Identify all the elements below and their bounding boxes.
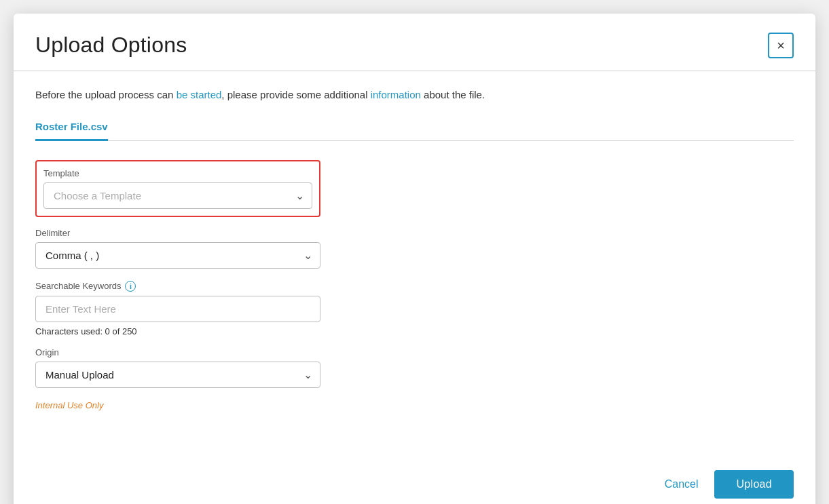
template-label: Template [43, 168, 312, 178]
dialog-header: Upload Options × [14, 14, 815, 71]
dialog-body: Before the upload process can be started… [14, 71, 815, 410]
internal-use-label: Internal Use Only [35, 400, 320, 410]
char-count: Characters used: 0 of 250 [35, 326, 320, 336]
delimiter-select-wrapper: Comma ( , ) Semicolon ( ; ) Tab Pipe ( |… [35, 242, 320, 269]
origin-field-group: Origin Manual Upload API SFTP ⌄ [35, 347, 320, 388]
cancel-button[interactable]: Cancel [665, 471, 699, 497]
delimiter-select[interactable]: Comma ( , ) Semicolon ( ; ) Tab Pipe ( |… [35, 242, 320, 269]
info-link-2: information [371, 89, 421, 100]
origin-label: Origin [35, 347, 320, 357]
dialog-title: Upload Options [35, 33, 187, 58]
keywords-field-group: Searchable Keywords i [35, 281, 320, 322]
keywords-label-row: Searchable Keywords i [35, 281, 320, 292]
origin-select-wrapper: Manual Upload API SFTP ⌄ [35, 362, 320, 388]
delimiter-field-group: Delimiter Comma ( , ) Semicolon ( ; ) Ta… [35, 228, 320, 269]
origin-select[interactable]: Manual Upload API SFTP [35, 362, 320, 388]
delimiter-label: Delimiter [35, 228, 320, 238]
dialog-footer: Cancel Upload [14, 451, 815, 504]
info-icon: i [125, 281, 136, 292]
tab-roster-file[interactable]: Roster File.csv [35, 115, 108, 141]
upload-button[interactable]: Upload [714, 470, 794, 499]
template-select-wrapper: Choose a Template Template 1 Template 2 … [43, 182, 312, 209]
close-button[interactable]: × [768, 33, 794, 58]
template-select[interactable]: Choose a Template Template 1 Template 2 [43, 182, 312, 209]
keywords-input[interactable] [35, 296, 320, 322]
upload-options-dialog: Upload Options × Before the upload proce… [14, 14, 815, 504]
template-field-box: Template Choose a Template Template 1 Te… [35, 160, 320, 217]
info-link-1: be started [177, 89, 222, 100]
keywords-label: Searchable Keywords [35, 281, 121, 291]
tab-bar: Roster File.csv [35, 115, 794, 141]
info-text: Before the upload process can be started… [35, 88, 794, 103]
form-section: Template Choose a Template Template 1 Te… [35, 160, 320, 410]
close-icon: × [777, 38, 785, 54]
